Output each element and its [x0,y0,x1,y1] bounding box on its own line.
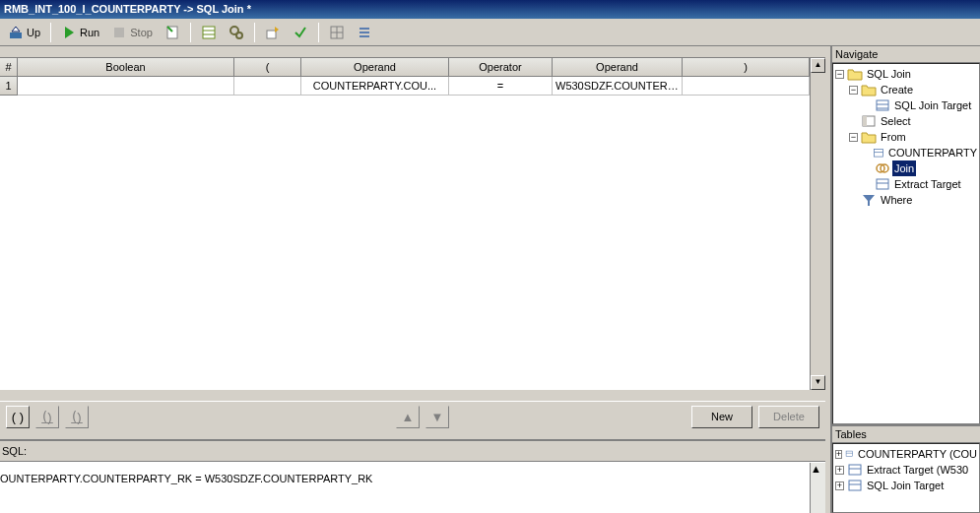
list-item[interactable]: + Extract Target (W530 [835,462,979,478]
plus-icon[interactable]: + [835,466,844,475]
svg-rect-8 [267,31,276,38]
cell-rparen[interactable] [683,77,810,96]
table-icon [847,479,863,492]
plus-icon[interactable]: + [835,481,844,490]
col-header-boolean[interactable]: Boolean [18,58,234,77]
table-name: SQL Join Target [865,478,946,493]
table-row[interactable]: 1 COUNTERPARTY.COU... = W530SDZF.COUNTER… [0,77,825,96]
row-number[interactable]: 1 [0,77,18,96]
ungroup-button-1[interactable]: (͟) [35,406,59,428]
tree-label: Extract Target [892,176,963,192]
table-icon [875,98,890,112]
tree-node-select[interactable]: Select [835,113,979,129]
folder-open-icon [861,83,877,96]
separator [318,23,319,42]
tool-button-5[interactable] [288,22,313,43]
table-name: COUNTERPARTY (COU [856,446,979,462]
sheet-icon [201,25,217,40]
gears-icon [229,25,244,40]
up-label: Up [27,27,40,38]
plus-icon[interactable]: + [835,450,842,459]
col-header-num[interactable]: # [0,58,18,77]
tables-panel: Tables + COUNTERPARTY (COU + Extract Tar… [832,424,980,513]
col-header-operator[interactable]: Operator [449,58,553,77]
table-name: Extract Target (W530 [865,462,970,478]
cell-lparen[interactable] [234,77,301,96]
svg-rect-19 [863,116,867,126]
minus-icon[interactable]: − [849,133,858,142]
minus-icon[interactable]: − [835,70,844,79]
tool-button-3[interactable] [224,22,249,43]
new-label: New [711,411,733,422]
export-icon [265,25,281,40]
col-header-lparen[interactable]: ( [234,58,301,77]
tree-label: SQL Join [865,66,913,82]
cell-boolean[interactable] [18,77,234,96]
tree-node-sqljoin[interactable]: − SQL Join [835,66,979,82]
up-button[interactable]: Up [3,22,45,43]
svg-rect-28 [849,465,861,475]
title-bar: RMB_INT_100_I_COUNTERPARTY -> SQL Join * [0,0,980,19]
grid-header: # Boolean ( Operand Operator Operand ) [0,58,825,77]
svg-rect-30 [849,481,861,490]
tree-label: SQL Join Target [892,97,973,113]
stop-button[interactable]: Stop [106,22,158,43]
list-icon [357,25,372,40]
up-icon [8,25,24,40]
tree-node-from[interactable]: − From [835,129,979,145]
col-header-rparen[interactable]: ) [683,58,810,77]
col-header-operand2[interactable]: Operand [553,58,683,77]
cell-operand2[interactable]: W530SDZF.COUNTERP... [553,77,683,96]
run-button[interactable]: Run [56,22,104,43]
svg-rect-3 [203,27,215,38]
table-icon [873,146,884,160]
join-icon [875,161,890,175]
move-down-button[interactable]: ▼ [425,406,449,428]
list-item[interactable]: + COUNTERPARTY (COU [835,446,979,462]
ungroup-button-2[interactable]: (͟) [65,406,89,428]
tool-button-4[interactable] [260,22,286,43]
tree-label: From [879,129,908,145]
sql-text-area[interactable]: OUNTERPARTY.COUNTERPARTY_RK = W530SDZF.C… [0,462,825,513]
tree-label: COUNTERPARTY [886,145,979,160]
filter-icon [861,193,877,207]
tree-node-sqljointarget[interactable]: SQL Join Target [835,97,979,113]
stop-icon [111,25,127,40]
cell-operator[interactable]: = [449,77,553,96]
tree-label: Select [879,113,913,129]
tool-button-6[interactable] [324,22,350,43]
svg-rect-20 [874,149,882,157]
separator [254,23,255,42]
toolbar: Up Run Stop [0,19,980,46]
grid-scrollbar[interactable]: ▲ ▼ [810,58,825,390]
tool-button-1[interactable] [160,22,185,43]
list-item[interactable]: + SQL Join Target [835,478,979,493]
folder-icon [847,67,863,81]
tree-node-create[interactable]: − Create [835,82,979,97]
tree-node-join[interactable]: Join [835,160,979,176]
minus-icon[interactable]: − [849,86,858,95]
tree-node-extract-target[interactable]: Extract Target [835,176,979,192]
ungroup-icon: (͟) [42,410,51,424]
cell-operand1[interactable]: COUNTERPARTY.COU... [301,77,449,96]
stop-label: Stop [130,27,153,38]
window-title: RMB_INT_100_I_COUNTERPARTY -> SQL Join * [4,3,251,15]
delete-button[interactable]: Delete [758,406,819,428]
move-up-button[interactable]: ▲ [396,406,420,428]
scroll-up-icon[interactable]: ▲ [811,463,825,475]
delete-label: Delete [773,411,805,422]
tool-button-7[interactable] [352,22,377,43]
scroll-down-icon[interactable]: ▼ [811,375,825,390]
tables-tree: + COUNTERPARTY (COU + Extract Target (W5… [832,443,980,513]
tree-node-counterparty[interactable]: COUNTERPARTY [835,145,979,160]
tree-node-where[interactable]: Where [835,192,979,208]
new-button[interactable]: New [691,406,752,428]
col-header-operand1[interactable]: Operand [301,58,449,77]
sql-vscrollbar[interactable]: ▲ ▼ [810,463,825,513]
scroll-up-icon[interactable]: ▲ [811,58,825,73]
check-icon [293,25,308,40]
tool-button-2[interactable] [196,22,222,43]
conditions-grid: # Boolean ( Operand Operator Operand ) 1… [0,57,825,390]
group-parens-button[interactable]: ( ) [6,406,30,428]
arrow-down-icon: ▼ [431,410,444,424]
